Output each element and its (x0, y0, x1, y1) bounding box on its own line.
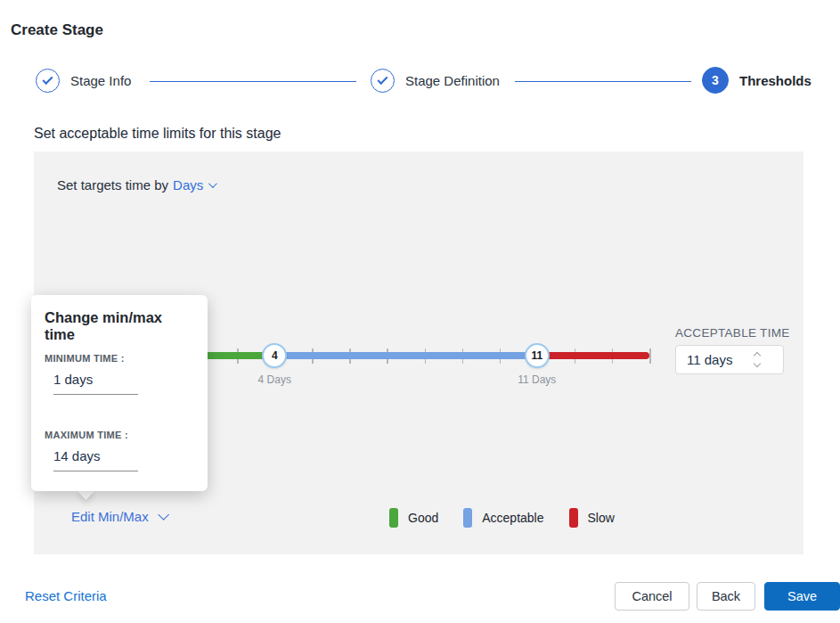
step-label: Thresholds (739, 73, 811, 88)
good-swatch (389, 508, 398, 528)
create-stage-page: Create Stage Stage Info Stage Definition… (0, 0, 840, 623)
cancel-button[interactable]: Cancel (615, 582, 689, 611)
check-icon (42, 73, 53, 84)
slider-handle-max[interactable]: 11 (525, 343, 550, 368)
step-thresholds[interactable]: 3 Thresholds (702, 67, 811, 94)
edit-minmax-toggle[interactable]: Edit Min/Max (71, 509, 166, 524)
step-label: Stage Info (70, 73, 131, 88)
number-stepper (754, 353, 760, 366)
legend-label: Slow (588, 511, 615, 525)
maximum-time-input[interactable] (53, 448, 138, 471)
handle-value: 4 (272, 349, 278, 362)
stepper-connector (515, 81, 691, 82)
change-minmax-popover: Change min/max time MINIMUM TIME : MAXIM… (31, 295, 208, 491)
step-complete-circle (36, 69, 60, 93)
legend-label: Acceptable (482, 511, 543, 525)
acceptable-swatch (463, 508, 472, 528)
legend: Good Acceptable Slow (389, 508, 615, 528)
step-label: Stage Definition (405, 73, 500, 88)
legend-label: Good (408, 511, 438, 525)
save-button[interactable]: Save (764, 582, 840, 611)
slider-handle-min[interactable]: 4 (262, 343, 287, 368)
step-complete-circle (371, 69, 395, 93)
step-current-circle: 3 (702, 67, 729, 94)
legend-item-good: Good (389, 508, 438, 528)
handle-value: 11 (531, 349, 542, 362)
slow-swatch (569, 508, 578, 528)
check-icon (377, 73, 387, 84)
step-number: 3 (712, 73, 719, 87)
popover-title: Change min/max time (45, 309, 194, 343)
slider-tick (649, 348, 651, 364)
edit-minmax-label: Edit Min/Max (71, 509, 149, 524)
step-stage-definition[interactable]: Stage Definition (371, 69, 500, 93)
stepper-connector (150, 81, 356, 82)
minimum-time-input[interactable] (53, 372, 138, 395)
legend-item-acceptable: Acceptable (463, 508, 543, 528)
legend-item-slow: Slow (569, 508, 615, 528)
stepper: Stage Info Stage Definition 3 Thresholds (34, 69, 840, 95)
step-stage-info[interactable]: Stage Info (36, 69, 131, 93)
reset-criteria-link[interactable]: Reset Criteria (25, 588, 107, 603)
acceptable-time-field (675, 345, 784, 374)
handle-day-label: 4 Days (258, 373, 291, 386)
minimum-time-label: MINIMUM TIME : (45, 353, 194, 364)
maximum-time-label: MAXIMUM TIME : (45, 430, 194, 440)
spacer (45, 395, 194, 427)
acceptable-time-input[interactable] (676, 352, 753, 367)
back-button[interactable]: Back (697, 582, 755, 611)
section-heading: Set acceptable time limits for this stag… (34, 126, 281, 142)
acceptable-time-label: ACCEPTABLE TIME (675, 326, 790, 340)
slider-segment-acceptable (274, 352, 537, 359)
stepper-up-icon[interactable] (754, 352, 761, 359)
slider-segment-slow (537, 352, 649, 359)
handle-day-label: 11 Days (518, 373, 556, 386)
stepper-down-icon[interactable] (754, 360, 761, 367)
page-title: Create Stage (11, 21, 103, 39)
